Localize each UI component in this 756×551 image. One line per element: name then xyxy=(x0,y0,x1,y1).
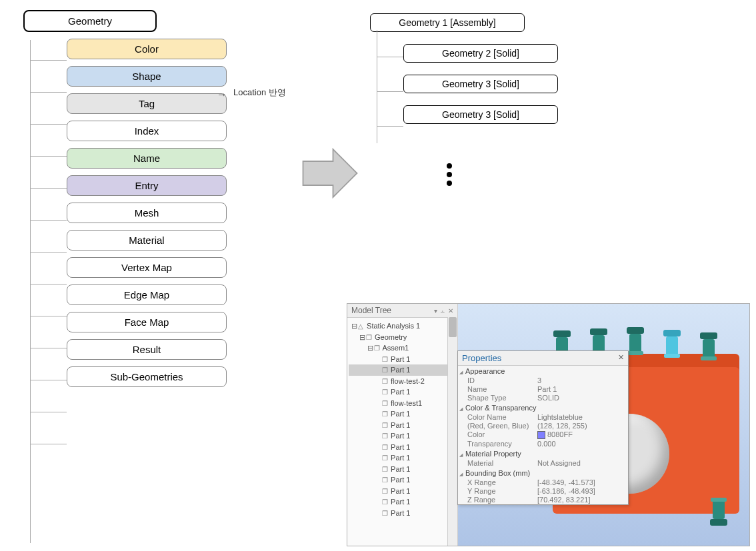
tree-item[interactable]: ⊟❒ Geometry xyxy=(349,332,456,343)
property-row: MaterialNot Assigned xyxy=(458,459,628,468)
tree-connector xyxy=(30,156,67,157)
tree-connector xyxy=(30,284,67,284)
property-row: X Range[-48.349, -41.573] xyxy=(458,478,628,487)
property-section-header[interactable]: Bounding Box (mm) xyxy=(458,468,628,478)
tree-connector xyxy=(30,444,67,444)
property-row: Transparency0.000 xyxy=(458,440,628,448)
property-value: SOLID xyxy=(537,394,627,402)
index-node: Index xyxy=(67,121,227,141)
tree-item[interactable]: ❒ Part 1 xyxy=(349,452,456,464)
face-map-node: Face Map xyxy=(67,312,227,332)
tree-connector xyxy=(30,60,67,61)
tree-item[interactable]: ❒ Part 1 xyxy=(349,386,456,398)
scrollbar[interactable] xyxy=(447,317,457,546)
property-value: Lightslateblue xyxy=(537,413,627,421)
vertex-map-node: Vertex Map xyxy=(67,257,227,278)
solid-node: Geometry 3 [Solid] xyxy=(403,75,558,93)
entry-node: Entry xyxy=(67,175,227,196)
property-row: Z Range[70.492, 83.221] xyxy=(458,496,628,504)
scrollbar-thumb[interactable] xyxy=(449,317,457,337)
property-label: Shape Type xyxy=(467,394,537,402)
tree-connector xyxy=(30,252,67,253)
property-value: Part 1 xyxy=(537,385,627,393)
tree-connector xyxy=(30,380,67,380)
property-value: [70.492, 83.221] xyxy=(537,496,627,504)
tree-item[interactable]: ⊟△ Static Analysis 1 xyxy=(349,320,456,332)
material-node: Material xyxy=(67,230,227,251)
tree-item[interactable]: ❒ Part 1 xyxy=(349,354,456,365)
property-row: Shape TypeSOLID xyxy=(458,394,628,402)
tree-connector xyxy=(30,124,67,125)
tree-item[interactable]: ❒ Part 1 xyxy=(349,420,456,431)
assembly-node: Geometry 1 [Assembly] xyxy=(370,13,525,32)
property-value: [-63.186, -48.493] xyxy=(537,487,627,495)
tree-item[interactable]: ❒ Part 1 xyxy=(349,442,456,453)
color-node: Color xyxy=(67,39,227,59)
sub-geometries-node: Sub-Geometries xyxy=(67,366,227,387)
tree-connector xyxy=(377,57,403,57)
tree-item[interactable]: ❒ Part 1 xyxy=(349,496,456,508)
panel-controls[interactable]: ▾ ⫠ ✕ xyxy=(434,307,453,314)
tree-connector xyxy=(30,316,67,316)
tree-connector xyxy=(30,188,67,189)
property-row: Color8080FF xyxy=(458,430,628,440)
property-row: (Red, Green, Blue)(128, 128, 255) xyxy=(458,422,628,430)
properties-header: Properties ✕ xyxy=(458,351,628,366)
right-geometry-tree: Geometry 1 [Assembly] Geometry 2 [Solid]… xyxy=(370,13,590,136)
solid-node: Geometry 2 [Solid] xyxy=(403,44,558,63)
svg-marker-0 xyxy=(303,149,357,197)
tree-item[interactable]: ❒ Part 1 xyxy=(349,464,456,475)
property-value: 0.000 xyxy=(537,440,627,448)
property-label: Color Name xyxy=(467,413,537,421)
model-tree-content[interactable]: ⊟△ Static Analysis 1⊟❒ Geometry⊟❒ Assem1… xyxy=(347,318,457,546)
property-label: Y Range xyxy=(467,487,537,495)
tree-connector xyxy=(30,40,31,543)
ellipsis-icon xyxy=(447,160,452,189)
bolt-part xyxy=(629,334,641,352)
properties-title: Properties xyxy=(462,353,501,363)
name-node: Name xyxy=(67,148,227,169)
edge-map-node: Edge Map xyxy=(67,284,227,305)
property-label: ID xyxy=(467,376,537,384)
property-section-header[interactable]: Color & Transparency xyxy=(458,402,628,413)
property-label: Z Range xyxy=(467,496,537,504)
property-row: Y Range[-63.186, -48.493] xyxy=(458,487,628,496)
property-section-header[interactable]: Material Property xyxy=(458,448,628,459)
tree-item[interactable]: ❒ Part 1 xyxy=(349,486,456,497)
location-note: Location 반영 xyxy=(233,87,286,99)
color-swatch-icon xyxy=(537,431,545,439)
shape-node: Shape xyxy=(67,66,227,87)
tree-item[interactable]: ❒ Part 1 xyxy=(349,408,456,420)
tree-item[interactable]: ❒ Part 1 xyxy=(349,508,456,519)
property-label: (Red, Green, Blue) xyxy=(467,422,537,430)
property-value: Not Assigned xyxy=(537,459,627,467)
tree-connector xyxy=(377,91,403,92)
tree-connector xyxy=(30,92,67,93)
tree-item[interactable]: ❒ flow-test1 xyxy=(349,398,456,409)
close-icon[interactable]: ✕ xyxy=(618,353,624,363)
tree-connector xyxy=(30,348,67,348)
tree-connector xyxy=(30,220,67,221)
tree-item[interactable]: ❒ flow-test-2 xyxy=(349,376,456,387)
property-section-header[interactable]: Appearance xyxy=(458,366,628,376)
property-value: (128, 128, 255) xyxy=(537,422,627,430)
property-label: Color xyxy=(467,430,537,439)
solid-node: Geometry 3 [Solid] xyxy=(403,105,558,124)
property-label: Material xyxy=(467,459,537,467)
mesh-node: Mesh xyxy=(67,203,227,223)
result-node: Result xyxy=(67,339,227,360)
property-label: X Range xyxy=(467,478,537,486)
tree-connector xyxy=(377,126,403,127)
tree-item[interactable]: ❒ Part 1 xyxy=(349,474,456,486)
tree-item[interactable]: ❒ Part 1 xyxy=(349,364,456,376)
arrow-to-note: → xyxy=(217,89,227,101)
tree-item[interactable]: ❒ Part 1 xyxy=(349,430,456,442)
property-value: [-48.349, -41.573] xyxy=(537,478,627,486)
property-value: 8080FF xyxy=(537,430,627,439)
model-tree-title: Model Tree xyxy=(351,306,391,315)
property-row: ID3 xyxy=(458,376,628,385)
tag-node: Tag xyxy=(67,93,227,114)
tree-item[interactable]: ⊟❒ Assem1 xyxy=(349,342,456,354)
transform-arrow-icon xyxy=(300,143,360,203)
geometry-root-node: Geometry xyxy=(23,10,157,32)
